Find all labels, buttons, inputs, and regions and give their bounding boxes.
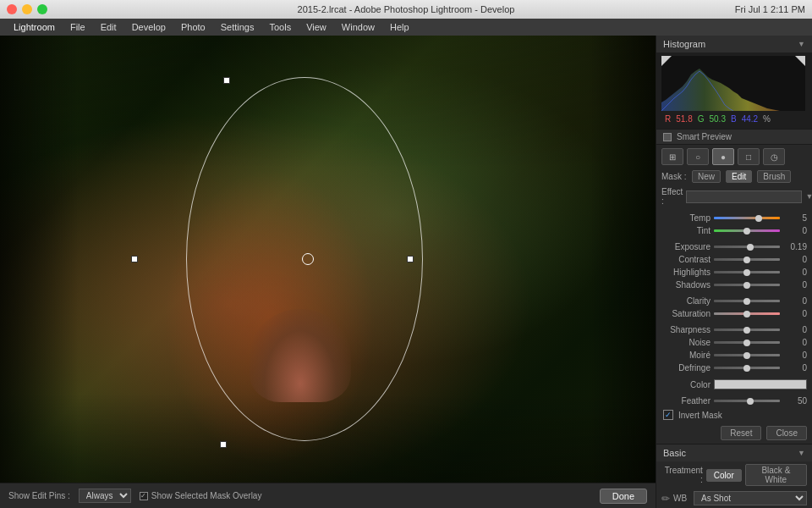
temp-slider-thumb[interactable] [755, 215, 762, 222]
menu-lightroom[interactable]: Lightroom [7, 19, 62, 36]
handle-bottom[interactable] [220, 441, 227, 448]
histogram-chart [661, 56, 805, 111]
clarity-slider-track[interactable] [714, 300, 780, 302]
mask-edit-button[interactable]: Edit [726, 170, 752, 183]
histogram-g-label: G [698, 114, 705, 124]
feather-slider-track[interactable] [714, 400, 780, 402]
temp-label: Temp [661, 213, 710, 223]
highlights-slider-thumb[interactable] [743, 269, 750, 276]
minimize-button[interactable] [22, 4, 32, 14]
menu-help[interactable]: Help [383, 19, 416, 36]
menu-window[interactable]: Window [335, 19, 381, 36]
highlights-label: Highlights [661, 268, 710, 277]
basic-section-header[interactable]: Basic ▼ [656, 444, 812, 461]
shadows-slider-thumb[interactable] [743, 282, 750, 289]
exposure-slider-track[interactable] [714, 246, 780, 248]
feather-slider-thumb[interactable] [747, 398, 754, 405]
histogram-header[interactable]: Histogram ▼ [656, 36, 812, 52]
contrast-slider-track[interactable] [714, 258, 780, 261]
histogram-container: R 51.8 G 50.3 B 44.2 % [656, 52, 812, 129]
basic-arrow-icon: ▼ [798, 449, 805, 457]
tool-clock[interactable]: ◷ [763, 148, 785, 165]
close-button[interactable] [7, 4, 17, 14]
sharpness-label: Sharpness [661, 325, 710, 334]
mask-label: Mask : [661, 172, 687, 181]
moire-slider-track[interactable] [714, 354, 780, 356]
treatment-bw-button[interactable]: Black & White [745, 464, 807, 486]
clarity-slider-row: Clarity 0 [656, 295, 812, 307]
saturation-slider-thumb[interactable] [743, 311, 750, 318]
done-button[interactable]: Done [600, 489, 647, 504]
clarity-value: 0 [783, 296, 807, 306]
contrast-label: Contrast [661, 255, 710, 264]
photo-container[interactable] [0, 36, 656, 483]
mask-new-button[interactable]: New [692, 170, 721, 183]
treatment-color-button[interactable]: Color [706, 469, 742, 482]
tool-radial[interactable]: ● [712, 148, 734, 165]
wb-dropdown[interactable]: As Shot [694, 491, 807, 505]
edit-pins-dropdown[interactable]: Always [79, 489, 131, 503]
eyedropper-icon[interactable]: ✏ [661, 493, 670, 505]
histogram-b-label: B [731, 114, 737, 124]
noise-slider-track[interactable] [714, 341, 780, 344]
menu-develop[interactable]: Develop [125, 19, 173, 36]
histogram-b-value: 44.2 [742, 114, 758, 124]
defringe-slider-thumb[interactable] [743, 365, 750, 372]
histogram-r-label: R [665, 114, 671, 124]
temp-slider-track[interactable] [714, 217, 780, 219]
sharpness-slider-thumb[interactable] [743, 327, 750, 334]
feather-label: Feather [661, 396, 710, 406]
color-swatch[interactable] [714, 379, 807, 389]
handle-left[interactable] [131, 256, 138, 262]
tint-slider-track[interactable] [714, 229, 780, 232]
histogram-section: Histogram ▼ [656, 36, 812, 130]
menu-view[interactable]: View [299, 19, 333, 36]
tool-square[interactable]: □ [738, 148, 760, 165]
tool-row: ⊞ ○ ● □ ◷ [656, 145, 812, 168]
show-mask-checkbox[interactable]: ✓ [140, 492, 148, 500]
contrast-slider-row: Contrast 0 [656, 253, 812, 266]
handle-top[interactable] [223, 77, 230, 84]
moire-slider-row: Moiré 0 [656, 349, 812, 362]
defringe-label: Defringe [661, 363, 710, 373]
menu-edit[interactable]: Edit [94, 19, 123, 36]
histogram-pct: % [763, 114, 771, 124]
menu-photo[interactable]: Photo [174, 19, 212, 36]
moire-slider-thumb[interactable] [743, 352, 750, 359]
defringe-slider-row: Defringe 0 [656, 362, 812, 374]
clarity-label: Clarity [661, 296, 710, 306]
radial-filter-center-pin[interactable] [302, 253, 314, 265]
shadows-slider-track[interactable] [714, 284, 780, 286]
moire-label: Moiré [661, 351, 710, 360]
tint-label: Tint [661, 226, 710, 235]
menu-settings[interactable]: Settings [214, 19, 261, 36]
exposure-slider-thumb[interactable] [747, 244, 754, 251]
tint-slider-thumb[interactable] [743, 228, 750, 235]
close-button-action[interactable]: Close [766, 426, 807, 440]
histogram-arrow-icon: ▼ [798, 40, 805, 48]
exposure-label: Exposure [661, 242, 710, 251]
effect-value-input[interactable]: Sunlight · Light [686, 190, 802, 203]
mask-brush-button[interactable]: Brush [757, 170, 791, 183]
saturation-slider-track[interactable] [714, 312, 780, 315]
maximize-button[interactable] [37, 4, 47, 14]
temp-value: 5 [783, 213, 807, 223]
show-mask-overlay-toggle[interactable]: ✓ Show Selected Mask Overlay [140, 491, 262, 500]
reset-button[interactable]: Reset [721, 426, 761, 440]
time-display: Fri Jul 1 2:11 PM [735, 4, 805, 14]
clarity-slider-thumb[interactable] [743, 298, 750, 305]
highlights-slider-track[interactable] [714, 271, 780, 273]
noise-slider-thumb[interactable] [743, 340, 750, 346]
defringe-slider-track[interactable] [714, 367, 780, 369]
effect-dropdown-arrow-icon[interactable]: ▼ [805, 192, 812, 201]
tool-circle-outline[interactable]: ○ [687, 148, 709, 165]
menu-file[interactable]: File [63, 19, 92, 36]
saturation-slider-row: Saturation 0 [656, 307, 812, 320]
window-controls[interactable] [7, 4, 47, 14]
menu-tools[interactable]: Tools [262, 19, 298, 36]
handle-right[interactable] [407, 256, 414, 262]
sharpness-slider-track[interactable] [714, 329, 780, 331]
contrast-slider-thumb[interactable] [743, 257, 750, 263]
invert-mask-checkbox[interactable]: ✓ [663, 410, 673, 420]
tool-rect[interactable]: ⊞ [661, 148, 683, 165]
